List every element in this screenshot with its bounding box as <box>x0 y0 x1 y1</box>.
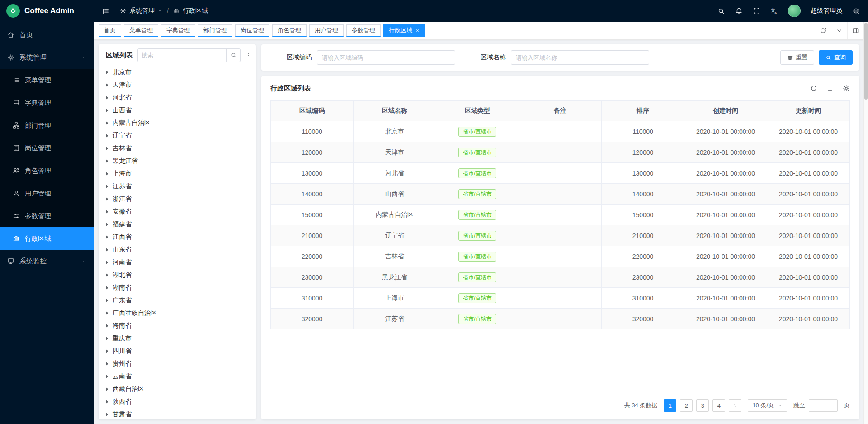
tabs-menu-chevron-down-icon[interactable] <box>831 22 847 39</box>
tab-6[interactable]: 用户管理 <box>309 24 344 37</box>
search-button[interactable]: 查询 <box>819 50 853 65</box>
caret-right-icon[interactable] <box>106 83 108 87</box>
table-row[interactable]: 320000 江苏省 省市/直辖市 320000 2020-10-01 00:0… <box>271 309 850 329</box>
tree-item[interactable]: 安徽省 <box>106 205 256 218</box>
sidebar-item-region[interactable]: 行政区域 <box>0 227 94 250</box>
jump-page-input[interactable] <box>809 399 838 412</box>
table-row[interactable]: 150000 内蒙古自治区 省市/直辖市 150000 2020-10-01 0… <box>271 205 850 225</box>
window-scrollbar[interactable] <box>863 22 868 424</box>
sidebar-item-dict-management[interactable]: 字典管理 <box>0 91 94 114</box>
tree-search-input[interactable] <box>138 49 226 62</box>
table-row[interactable]: 230000 黑龙江省 省市/直辖市 230000 2020-10-01 00:… <box>271 267 850 288</box>
tree-item[interactable]: 贵州省 <box>106 357 256 370</box>
caret-right-icon[interactable] <box>106 387 108 391</box>
caret-right-icon[interactable] <box>106 121 108 125</box>
tree-item[interactable]: 内蒙古自治区 <box>106 117 256 129</box>
table-row[interactable]: 120000 天津市 省市/直辖市 120000 2020-10-01 00:0… <box>271 142 850 163</box>
refresh-icon[interactable] <box>815 22 831 39</box>
tree-item[interactable]: 陕西省 <box>106 395 256 408</box>
tab-5[interactable]: 角色管理 <box>272 24 307 37</box>
tree-item[interactable]: 江西省 <box>106 231 256 243</box>
page-button-3[interactable]: 3 <box>696 399 709 412</box>
caret-right-icon[interactable] <box>106 400 108 404</box>
avatar[interactable] <box>788 5 801 17</box>
table-row[interactable]: 130000 河北省 省市/直辖市 130000 2020-10-01 00:0… <box>271 163 850 184</box>
caret-right-icon[interactable] <box>106 172 108 176</box>
column-header[interactable]: 备注 <box>519 101 602 121</box>
layout-icon[interactable] <box>847 22 863 39</box>
breadcrumb-section[interactable]: 系统管理 <box>129 7 155 15</box>
caret-right-icon[interactable] <box>106 324 108 328</box>
sidebar-item-param-management[interactable]: 参数管理 <box>0 205 94 227</box>
tree-item[interactable]: 云南省 <box>106 370 256 383</box>
sidebar-item-role-management[interactable]: 角色管理 <box>0 159 94 182</box>
caret-right-icon[interactable] <box>106 134 108 138</box>
tree-item[interactable]: 湖北省 <box>106 269 256 281</box>
page-button-1[interactable]: 1 <box>664 399 676 412</box>
caret-right-icon[interactable] <box>106 147 108 150</box>
table-row[interactable]: 310000 上海市 省市/直辖市 310000 2020-10-01 00:0… <box>271 288 850 309</box>
app-logo[interactable]: Coffee Admin <box>0 0 94 22</box>
tree-item[interactable]: 黑龙江省 <box>106 155 256 167</box>
tree-item[interactable]: 四川省 <box>106 345 256 357</box>
table-row[interactable]: 210000 辽宁省 省市/直辖市 210000 2020-10-01 00:0… <box>271 225 850 246</box>
fullscreen-icon[interactable] <box>753 7 760 15</box>
tree-item[interactable]: 山西省 <box>106 104 256 117</box>
tree-item[interactable]: 福建省 <box>106 218 256 231</box>
tab-1[interactable]: 菜单管理 <box>124 24 158 37</box>
tree-item[interactable]: 广东省 <box>106 294 256 307</box>
table-refresh-icon[interactable] <box>810 85 817 92</box>
column-header[interactable]: 区域类型 <box>436 101 519 121</box>
tab-3[interactable]: 部门管理 <box>198 24 232 37</box>
region-name-input[interactable] <box>511 50 649 65</box>
column-header[interactable]: 区域名称 <box>354 101 436 121</box>
tab-0[interactable]: 首页 <box>99 24 121 37</box>
caret-right-icon[interactable] <box>106 349 108 353</box>
tree-item[interactable]: 广西壮族自治区 <box>106 307 256 319</box>
caret-right-icon[interactable] <box>106 261 108 264</box>
tree-item[interactable]: 重庆市 <box>106 332 256 345</box>
column-height-icon[interactable] <box>826 85 834 92</box>
table-row[interactable]: 140000 山西省 省市/直辖市 140000 2020-10-01 00:0… <box>271 184 850 205</box>
dots-vertical-icon[interactable] <box>245 52 251 59</box>
caret-right-icon[interactable] <box>106 311 108 315</box>
table-row[interactable]: 220000 吉林省 省市/直辖市 220000 2020-10-01 00:0… <box>271 246 850 267</box>
reset-button[interactable]: 重置 <box>780 50 814 65</box>
sidebar-toggle-hamburger-icon[interactable] <box>102 7 110 15</box>
scrollbar-thumb[interactable] <box>864 23 868 100</box>
tree-item[interactable]: 浙江省 <box>106 193 256 205</box>
caret-right-icon[interactable] <box>106 71 108 74</box>
column-header[interactable]: 创建时间 <box>684 101 767 121</box>
page-button-2[interactable]: 2 <box>680 399 693 412</box>
sidebar-item-user-management[interactable]: 用户管理 <box>0 182 94 205</box>
table-settings-gear-icon[interactable] <box>843 85 850 92</box>
sidebar-item-dept-management[interactable]: 部门管理 <box>0 114 94 137</box>
tab-8[interactable]: 行政区域 <box>383 24 425 37</box>
tree-item[interactable]: 河北省 <box>106 91 256 104</box>
caret-right-icon[interactable] <box>106 223 108 226</box>
tab-7[interactable]: 参数管理 <box>346 24 381 37</box>
tree-item[interactable]: 江苏省 <box>106 180 256 193</box>
tree-item[interactable]: 吉林省 <box>106 142 256 155</box>
region-code-input[interactable] <box>317 50 455 65</box>
caret-right-icon[interactable] <box>106 337 108 340</box>
tree-item[interactable]: 上海市 <box>106 167 256 180</box>
search-icon[interactable] <box>717 7 725 15</box>
sidebar-item-home[interactable]: 首页 <box>0 24 94 46</box>
caret-right-icon[interactable] <box>106 248 108 252</box>
caret-right-icon[interactable] <box>106 185 108 188</box>
tab-2[interactable]: 字典管理 <box>161 24 195 37</box>
tree-item[interactable]: 山东省 <box>106 243 256 256</box>
tree-item[interactable]: 北京市 <box>106 66 256 79</box>
sidebar-item-system-monitor[interactable]: 系统监控 <box>0 250 94 272</box>
table-row[interactable]: 110000 北京市 省市/直辖市 110000 2020-10-01 00:0… <box>271 121 850 142</box>
caret-right-icon[interactable] <box>106 210 108 214</box>
caret-right-icon[interactable] <box>106 235 108 239</box>
caret-right-icon[interactable] <box>106 375 108 378</box>
caret-right-icon[interactable] <box>106 362 108 366</box>
caret-right-icon[interactable] <box>106 286 108 290</box>
caret-right-icon[interactable] <box>106 273 108 277</box>
settings-gear-icon[interactable] <box>852 7 860 15</box>
column-header[interactable]: 排序 <box>602 101 684 121</box>
caret-right-icon[interactable] <box>106 413 108 416</box>
